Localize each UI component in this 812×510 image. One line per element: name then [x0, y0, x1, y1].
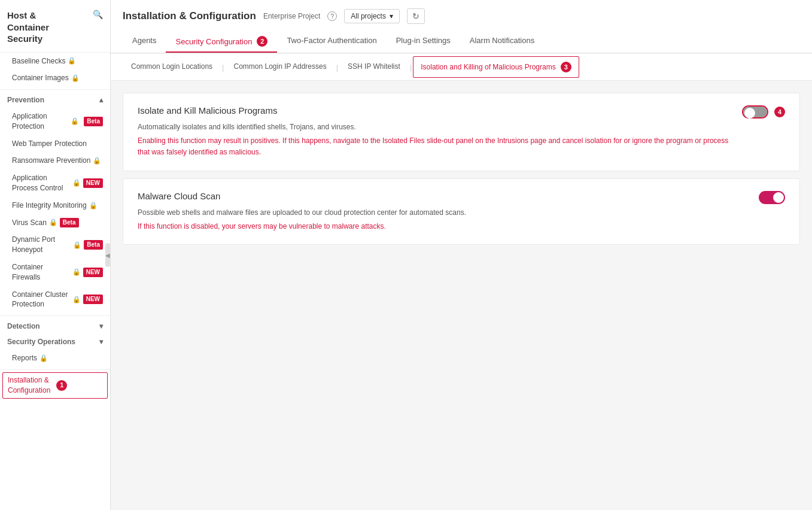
sidebar-item-container-cluster[interactable]: Container Cluster Protection 🔒 NEW [0, 286, 110, 314]
help-icon[interactable]: ? [327, 11, 337, 21]
new-badge: NEW [83, 295, 103, 304]
detection-section[interactable]: Detection ▾ [0, 318, 110, 334]
sidebar-scroll: Baseline Checks 🔒 Container Images 🔒 Pre… [0, 53, 110, 511]
isolate-kill-toggle-group: 4 [742, 105, 785, 119]
step-3-badge: 3 [561, 62, 571, 72]
sidebar-item-label: Container Images [12, 73, 69, 83]
sidebar-item-dynamic-port[interactable]: Dynamic Port Honeypot 🔒 Beta [0, 231, 110, 259]
sidebar-item-ransomware[interactable]: Ransomware Prevention 🔒 [0, 152, 110, 169]
lock-icon: 🔒 [49, 218, 57, 227]
tab-plugin-settings[interactable]: Plug-in Settings [387, 31, 460, 53]
sidebar-active-item-label: Installation &Configuration [8, 375, 50, 396]
collapse-arrow: ▴ [99, 96, 103, 104]
lock-icon: 🔒 [93, 156, 101, 165]
prevention-section[interactable]: Prevention ▴ [0, 92, 110, 108]
lock-icon: 🔒 [71, 117, 79, 126]
content-area: Isolate and Kill Malicious Programs Auto… [111, 81, 812, 510]
sidebar-item-application-protection[interactable]: Application Protection 🔒 Beta [0, 108, 110, 135]
sub-tab-label: Common Login Locations [131, 62, 212, 71]
step-4-badge: 4 [774, 107, 785, 117]
sub-tab-label: Common Login IP Addresses [233, 62, 326, 71]
sub-tab-ssh-whitelist[interactable]: SSH IP Whitelist [339, 56, 409, 78]
beta-badge: Beta [84, 117, 103, 126]
sub-tab-divider: | [221, 63, 225, 72]
malware-cloud-toggle[interactable] [759, 191, 785, 204]
sidebar-item-baseline-checks[interactable]: Baseline Checks 🔒 [0, 53, 110, 70]
sidebar-item-label: Ransomware Prevention [12, 156, 90, 166]
security-ops-label: Security Operations [7, 338, 75, 346]
sub-tab-label: SSH IP Whitelist [348, 62, 400, 71]
sidebar-item-label: Baseline Checks [12, 56, 65, 66]
lock-icon: 🔒 [71, 74, 80, 83]
beta-badge: Beta [60, 218, 79, 227]
lock-icon: 🔒 [68, 56, 76, 65]
beta-badge: Beta [84, 240, 103, 250]
project-select-value: All projects [351, 12, 386, 20]
malware-cloud-content: Malware Cloud Scan Possible web shells a… [138, 191, 747, 232]
sidebar-item-app-process-control[interactable]: Application Process Control 🔒 NEW [0, 169, 110, 197]
collapse-arrow: ▾ [99, 338, 103, 346]
lock-icon: 🔒 [73, 241, 81, 250]
sidebar-item-label: Dynamic Port Honeypot [12, 235, 71, 255]
sidebar-item-label: Web Tamper Protection [12, 139, 87, 149]
main-content: Installation & Configuration Enterprise … [111, 0, 812, 510]
isolate-kill-slider [743, 107, 767, 117]
collapse-arrow: ▾ [99, 322, 103, 330]
sidebar-item-reports[interactable]: Reports 🔒 [0, 350, 110, 367]
sub-tab-divider: | [335, 63, 339, 72]
malware-cloud-title: Malware Cloud Scan [138, 191, 747, 201]
isolate-kill-content: Isolate and Kill Malicious Programs Auto… [138, 105, 730, 159]
sidebar-item-file-integrity[interactable]: File Integrity Monitoring 🔒 [0, 197, 110, 214]
main-header: Installation & Configuration Enterprise … [111, 0, 812, 53]
search-icon[interactable]: 🔍 [93, 10, 103, 19]
lock-icon: 🔒 [72, 178, 81, 187]
tab-alarm-notifications[interactable]: Alarm Notifications [460, 31, 544, 53]
malware-cloud-scan-card: Malware Cloud Scan Possible web shells a… [123, 178, 800, 245]
sidebar-item-label: Reports [12, 353, 37, 363]
chevron-down-icon: ▾ [390, 12, 393, 20]
tab-two-factor-auth[interactable]: Two-Factor Authentication [277, 31, 386, 53]
sidebar-item-label: Container Cluster Protection [12, 290, 70, 310]
lock-icon: 🔒 [89, 201, 98, 210]
sidebar-item-installation-config[interactable]: Installation &Configuration 1 [2, 372, 108, 399]
malware-cloud-warning: If this function is disabled, your serve… [138, 221, 747, 232]
detection-label: Detection [7, 322, 40, 330]
sub-tab-common-login-locations[interactable]: Common Login Locations [123, 56, 221, 78]
tab-agents[interactable]: Agents [123, 31, 166, 53]
resize-handle[interactable]: ◀ [105, 243, 110, 267]
refresh-button[interactable]: ↻ [407, 8, 425, 24]
sidebar-header: Host &ContainerSecurity 🔍 [0, 0, 110, 53]
sub-tab-label: Isolation and Killing of Malicious Progr… [421, 63, 555, 71]
lock-icon: 🔒 [72, 295, 81, 304]
sub-tab-isolation-killing[interactable]: Isolation and Killing of Malicious Progr… [413, 56, 579, 78]
new-badge: NEW [83, 268, 103, 277]
project-select[interactable]: All projects ▾ [344, 9, 400, 23]
sub-tab-common-login-ip[interactable]: Common Login IP Addresses [225, 56, 334, 78]
sidebar-item-container-firewalls[interactable]: Container Firewalls 🔒 NEW [0, 259, 110, 286]
sidebar-divider [0, 89, 110, 90]
tab-two-factor-label: Two-Factor Authentication [287, 36, 376, 45]
tab-security-configuration[interactable]: Security Configuration 2 [166, 31, 277, 53]
isolate-kill-title: Isolate and Kill Malicious Programs [138, 105, 730, 116]
tab-security-config-label: Security Configuration 2 [175, 36, 267, 47]
isolate-kill-card: Isolate and Kill Malicious Programs Auto… [123, 93, 800, 171]
security-ops-section[interactable]: Security Operations ▾ [0, 334, 110, 350]
page-title: Installation & Configuration [123, 10, 256, 22]
sub-tab-divider: | [409, 63, 413, 72]
tab-agents-label: Agents [132, 36, 156, 45]
sidebar-divider [0, 315, 110, 316]
isolate-kill-toggle[interactable] [742, 105, 768, 119]
sub-tabs-bar: Common Login Locations | Common Login IP… [111, 54, 812, 81]
malware-cloud-desc: Possible web shells and malware files ar… [138, 207, 747, 218]
malware-cloud-slider [759, 191, 785, 204]
sidebar-item-container-images[interactable]: Container Images 🔒 [0, 69, 110, 87]
sidebar-item-label: File Integrity Monitoring [12, 201, 87, 211]
step-1-badge: 1 [56, 380, 67, 391]
sidebar-item-virus-scan[interactable]: Virus Scan 🔒 Beta [0, 214, 110, 232]
sidebar: Host &ContainerSecurity 🔍 Baseline Check… [0, 0, 111, 510]
sidebar-item-label: Virus Scan [12, 218, 47, 228]
step-2-badge: 2 [257, 36, 267, 47]
sidebar-item-web-tamper[interactable]: Web Tamper Protection [0, 135, 110, 153]
main-tabs: Agents Security Configuration 2 Two-Fact… [123, 31, 800, 53]
sidebar-divider [0, 369, 110, 370]
